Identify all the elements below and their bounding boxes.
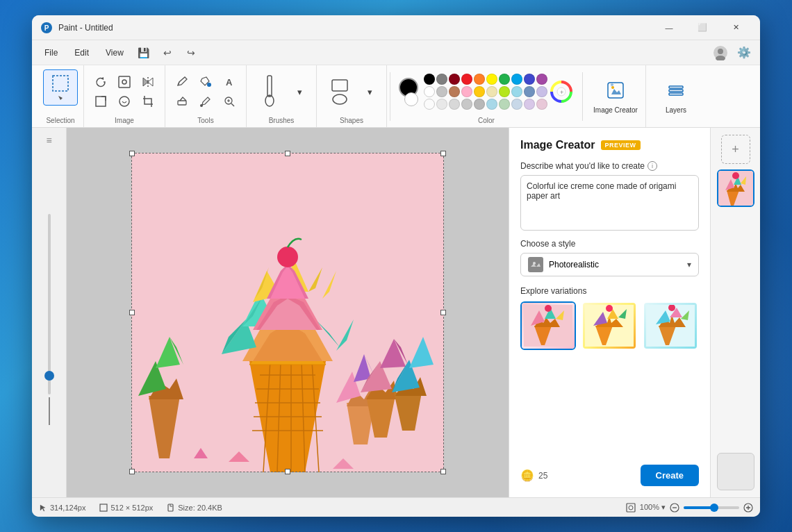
svg-rect-124	[627, 504, 635, 512]
eraser-tool[interactable]	[171, 92, 193, 110]
flip-h-button[interactable]	[137, 73, 159, 91]
svg-point-13	[200, 104, 203, 107]
swatch-t8[interactable]	[511, 99, 522, 110]
variation-thumb-1[interactable]	[520, 301, 576, 350]
svg-text:+: +	[560, 89, 563, 96]
zoom-handle[interactable]	[44, 371, 54, 381]
swatch-pink[interactable]	[461, 86, 472, 97]
swatch-lavender[interactable]	[536, 86, 547, 97]
zoom-slider-handle[interactable]	[710, 504, 718, 512]
main-window: P Paint - Untitled — ⬜ ✕ File Edit View …	[32, 15, 760, 517]
ribbon-group-image: Image	[84, 65, 165, 127]
fill-tool[interactable]	[195, 73, 217, 91]
variation-thumb-2[interactable]	[581, 301, 637, 350]
menu-view[interactable]: View	[99, 45, 131, 60]
swatch-darkblue[interactable]	[524, 74, 535, 85]
brush-button[interactable]	[252, 72, 287, 112]
swatch-purple[interactable]	[536, 74, 547, 85]
color-wheel-button[interactable]: +	[549, 79, 574, 104]
swatch-gray[interactable]	[436, 74, 447, 85]
zoom-track[interactable]	[48, 214, 51, 394]
primary-color-swatches	[399, 78, 418, 106]
swatch-orange[interactable]	[474, 74, 485, 85]
zoom-in-icon[interactable]	[743, 503, 753, 513]
swatch-t1[interactable]	[424, 99, 435, 110]
swatch-t10[interactable]	[536, 99, 547, 110]
swatch-t3[interactable]	[449, 99, 460, 110]
fit-to-window-icon[interactable]	[626, 503, 636, 513]
swatch-white[interactable]	[424, 86, 435, 97]
color-content: +	[399, 69, 574, 114]
ribbon-group-selection: Selection	[38, 65, 84, 127]
swatch-yellow[interactable]	[486, 74, 497, 85]
zoom-tool[interactable]	[218, 92, 240, 110]
redo-button[interactable]: ↪	[181, 43, 201, 63]
style-dropdown[interactable]: Photorealistic ▾	[520, 253, 699, 276]
swatch-t5[interactable]	[474, 99, 485, 110]
svg-rect-27	[608, 83, 623, 98]
app-icon: P	[40, 22, 53, 34]
swatch-t4[interactable]	[461, 99, 472, 110]
swatch-darkred[interactable]	[449, 74, 460, 85]
swatch-lightgray[interactable]	[436, 86, 447, 97]
prompt-textarea[interactable]: Colorful ice creme cone made of origami …	[520, 175, 699, 231]
account-icon[interactable]	[710, 43, 731, 63]
crop-button[interactable]	[137, 92, 159, 110]
swatch-black[interactable]	[424, 74, 435, 85]
swatch-gold[interactable]	[474, 86, 485, 97]
info-icon[interactable]: i	[647, 161, 657, 171]
describe-label-container: Describe what you'd like to create i	[520, 161, 699, 171]
cursor-icon	[39, 504, 47, 512]
swatch-lightblue[interactable]	[511, 86, 522, 97]
close-button[interactable]: ✕	[720, 17, 752, 38]
create-button[interactable]: Create	[641, 465, 699, 486]
resize-button[interactable]	[90, 92, 112, 110]
ribbon-sep-1	[390, 72, 390, 121]
zoom-line	[49, 397, 50, 425]
brush-dropdown[interactable]: ▾	[288, 83, 311, 101]
swatch-green[interactable]	[499, 74, 510, 85]
swatch-cream[interactable]	[486, 86, 497, 97]
settings-icon[interactable]: ⚙️	[734, 43, 754, 63]
variation-image-2	[583, 303, 636, 349]
maximize-button[interactable]: ⬜	[686, 17, 718, 38]
swatch-blue[interactable]	[511, 74, 522, 85]
swatch-t7[interactable]	[499, 99, 510, 110]
swatch-t2[interactable]	[436, 99, 447, 110]
shapes-button[interactable]	[322, 72, 357, 112]
secondary-color-swatch[interactable]	[404, 92, 418, 106]
menu-file[interactable]: File	[38, 45, 65, 60]
swatch-lime[interactable]	[499, 86, 510, 97]
pencil-tool[interactable]	[171, 73, 193, 91]
swatch-brown[interactable]	[449, 86, 460, 97]
image-select-button[interactable]	[113, 73, 135, 91]
zoom-value[interactable]: 100% ▾	[640, 503, 666, 512]
swatch-t9[interactable]	[524, 99, 535, 110]
minimize-button[interactable]: —	[653, 17, 685, 38]
menu-edit[interactable]: Edit	[67, 45, 96, 60]
canvas-area[interactable]	[67, 128, 509, 497]
save-button[interactable]: 💾	[133, 43, 154, 63]
sticker-button[interactable]	[113, 92, 135, 110]
variation-thumb-3[interactable]	[643, 301, 698, 350]
coin-icon: 🪙	[520, 469, 534, 482]
text-tool[interactable]: A	[218, 73, 240, 91]
credits-count: 25	[538, 471, 547, 481]
undo-button[interactable]: ↩	[157, 43, 178, 63]
shapes-dropdown[interactable]: ▾	[358, 83, 381, 101]
layers-ribbon-button[interactable]: Layers	[652, 76, 700, 119]
add-layer-button[interactable]: +	[721, 135, 750, 164]
zoom-out-icon[interactable]	[670, 503, 679, 513]
style-value: Photorealistic	[549, 260, 599, 269]
layer-thumbnail-1[interactable]	[717, 169, 754, 207]
eyedropper-tool[interactable]	[195, 92, 217, 110]
panel-footer: 🪙 25 Create	[520, 454, 699, 486]
swatch-periwinkle[interactable]	[524, 86, 535, 97]
image-creator-ribbon-button[interactable]: Image Creator	[591, 76, 640, 119]
swatch-red[interactable]	[461, 74, 472, 85]
swatch-t6[interactable]	[486, 99, 497, 110]
status-bar: 314,124px 512 × 512px Size: 20.4KB 100% …	[32, 497, 760, 517]
zoom-slider-horizontal[interactable]	[684, 506, 739, 509]
selection-tool-button[interactable]	[43, 69, 78, 106]
rotate-button[interactable]	[90, 73, 112, 91]
